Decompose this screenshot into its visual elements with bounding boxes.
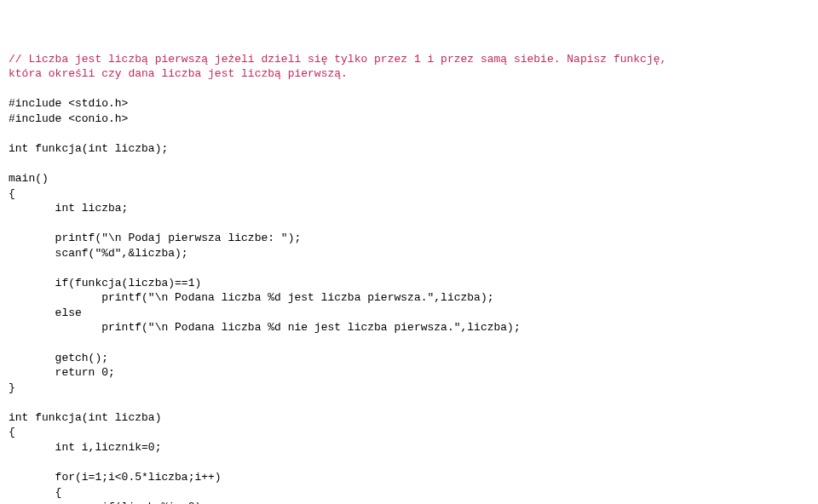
- code-line: int i,licznik=0;: [9, 441, 161, 454]
- code-line: main(): [9, 172, 49, 185]
- code-line: printf("\n Podaj pierwsza liczbe: ");: [9, 232, 301, 244]
- code-block: // Liczba jest liczbą pierwszą jeżeli dz…: [9, 52, 809, 504]
- code-line: return 0;: [9, 366, 115, 379]
- code-line: if(funkcja(liczba)==1): [9, 277, 201, 289]
- code-line: int funkcja(int liczba);: [9, 142, 168, 155]
- code-line: }: [9, 381, 15, 394]
- code-line: int liczba;: [9, 202, 128, 215]
- code-line: #include <conio.h>: [9, 112, 128, 125]
- code-line: {: [9, 486, 61, 499]
- code-line: {: [9, 426, 15, 438]
- code-line: która określi czy dana liczba jest liczb…: [9, 67, 348, 80]
- code-line: #include <stdio.h>: [9, 97, 128, 110]
- code-line: printf("\n Podana liczba %d jest liczba …: [9, 291, 494, 304]
- code-line: printf("\n Podana liczba %d nie jest lic…: [9, 321, 521, 334]
- code-line: getch();: [9, 352, 108, 364]
- code-line: if(liczba%i==0): [9, 501, 201, 504]
- code-line: {: [9, 187, 15, 200]
- code-line: else: [9, 306, 82, 319]
- code-line: // Liczba jest liczbą pierwszą jeżeli dz…: [9, 53, 666, 66]
- code-line: for(i=1;i<0.5*liczba;i++): [9, 471, 222, 484]
- code-line: scanf("%d",&liczba);: [9, 247, 188, 260]
- code-line: int funkcja(int liczba): [9, 411, 161, 424]
